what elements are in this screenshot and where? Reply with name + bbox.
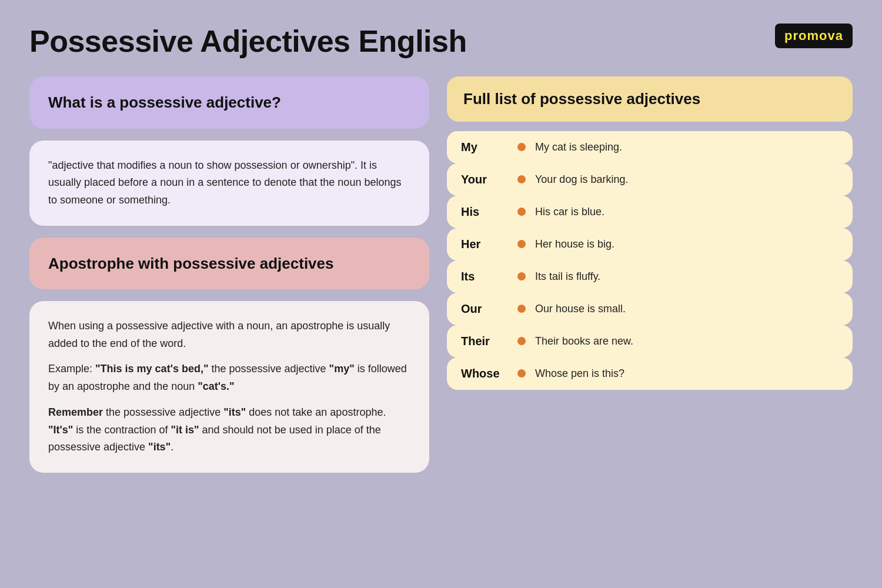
section2-p3: Remember the possessive adjective "its" … bbox=[48, 404, 410, 456]
section2-p2-prefix: Example: bbox=[48, 363, 95, 375]
adjective-row: TheirTheir books are new. bbox=[447, 325, 853, 358]
adjective-row: HerHer house is big. bbox=[447, 228, 853, 260]
section2-p3-bold3: "It's" bbox=[48, 424, 73, 436]
adjective-row: MyMy cat is sleeping. bbox=[447, 131, 853, 163]
section2-p3-mid2: does not take an apostrophe. bbox=[246, 406, 386, 418]
adjective-label: Our bbox=[461, 302, 508, 316]
section2-body-card: When using a possessive adjective with a… bbox=[29, 301, 429, 473]
section2-p3-mid3: is the contraction of bbox=[73, 424, 171, 436]
adjective-dot-icon bbox=[517, 337, 526, 345]
adjective-row: OurOur house is small. bbox=[447, 293, 853, 325]
section2-header-card: Apostrophe with possessive adjectives bbox=[29, 238, 429, 290]
adjective-example: Her house is big. bbox=[535, 238, 614, 250]
section2-p2-bold1: "This is my cat's bed," bbox=[95, 363, 208, 375]
section2-p3-end: . bbox=[171, 441, 173, 453]
adjective-example: My cat is sleeping. bbox=[535, 141, 622, 153]
section2-p1: When using a possessive adjective with a… bbox=[48, 318, 410, 352]
adjective-row: YourYour dog is barking. bbox=[447, 163, 853, 196]
adjective-dot-icon bbox=[517, 175, 526, 183]
section1-body-card: "adjective that modifies a noun to show … bbox=[29, 141, 429, 226]
adjective-example: His car is blue. bbox=[535, 206, 604, 218]
adjective-row: HisHis car is blue. bbox=[447, 196, 853, 228]
logo: promova bbox=[775, 24, 853, 48]
adjective-label: Its bbox=[461, 270, 508, 283]
adjective-example: Whose pen is this? bbox=[535, 368, 624, 380]
adjective-dot-icon bbox=[517, 240, 526, 248]
adjective-example: Their books are new. bbox=[535, 335, 633, 348]
section1-body-text: "adjective that modifies a noun to show … bbox=[48, 157, 410, 209]
adjective-row: ItsIts tail is fluffy. bbox=[447, 260, 853, 293]
section2-p3-bold2: "its" bbox=[223, 406, 246, 418]
adjective-label: His bbox=[461, 205, 508, 219]
page-title: Possessive Adjectives English bbox=[29, 24, 853, 59]
right-header-card: Full list of possessive adjectives bbox=[447, 76, 853, 122]
section2-header-text: Apostrophe with possessive adjectives bbox=[48, 254, 410, 273]
left-column: What is a possessive adjective? "adjecti… bbox=[29, 76, 429, 559]
right-header-text: Full list of possessive adjectives bbox=[463, 90, 700, 108]
section2-p3-bold1: Remember bbox=[48, 406, 103, 418]
adjective-dot-icon bbox=[517, 272, 526, 280]
section2-p2: Example: "This is my cat's bed," the pos… bbox=[48, 360, 410, 395]
adjectives-list: MyMy cat is sleeping.YourYour dog is bar… bbox=[447, 131, 853, 390]
adjective-label: Your bbox=[461, 173, 508, 186]
adjective-label: Her bbox=[461, 238, 508, 251]
section2-p2-bold2: "my" bbox=[329, 363, 355, 375]
right-column: Full list of possessive adjectives MyMy … bbox=[447, 76, 853, 559]
adjective-label: Their bbox=[461, 335, 508, 348]
section1-header-text: What is a possessive adjective? bbox=[48, 93, 410, 112]
adjective-example: Your dog is barking. bbox=[535, 173, 628, 186]
section2-p3-bold5: "its" bbox=[148, 441, 171, 453]
adjective-dot-icon bbox=[517, 369, 526, 377]
adjective-label: My bbox=[461, 141, 508, 154]
adjective-row: WhoseWhose pen is this? bbox=[447, 358, 853, 390]
adjective-label: Whose bbox=[461, 367, 508, 380]
section2-p2-mid: the possessive adjective bbox=[208, 363, 329, 375]
adjective-dot-icon bbox=[517, 305, 526, 313]
section2-p2-bold3: "cat's." bbox=[198, 380, 234, 392]
adjective-example: Its tail is fluffy. bbox=[535, 270, 600, 283]
adjective-example: Our house is small. bbox=[535, 303, 626, 315]
section1-header-card: What is a possessive adjective? bbox=[29, 76, 429, 129]
section2-p3-bold4: "it is" bbox=[171, 424, 199, 436]
section2-body-text: When using a possessive adjective with a… bbox=[48, 318, 410, 456]
section2-p3-mid1: the possessive adjective bbox=[103, 406, 223, 418]
adjective-dot-icon bbox=[517, 143, 526, 151]
adjective-dot-icon bbox=[517, 208, 526, 216]
